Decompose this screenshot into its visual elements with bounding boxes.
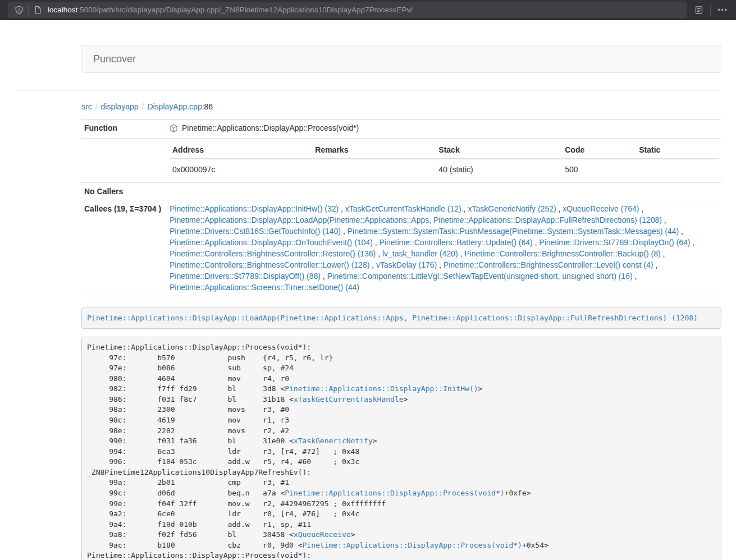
assembly-code: Pinetime::Applications::DisplayApp::Proc… — [87, 343, 548, 560]
callee-link[interactable]: Pinetime::Applications::DisplayApp::OnTo… — [170, 238, 373, 247]
assembly-symbol-link[interactable]: xTaskGetCurrentTaskHandle — [294, 395, 404, 403]
callee-link[interactable]: Pinetime::Applications::Screens::Timer::… — [170, 283, 359, 292]
callee-link[interactable]: Pinetime::Applications::DisplayApp::Load… — [170, 215, 662, 224]
callee-separator: , — [321, 272, 327, 281]
metrics-row-spacer — [81, 138, 167, 182]
callee-link[interactable]: Pinetime::System::SystemTask::PushMessag… — [348, 227, 679, 236]
callee-link[interactable]: xQueueReceive (764) — [563, 204, 639, 213]
callee-link[interactable]: Pinetime::Controllers::Battery::Update()… — [380, 238, 533, 247]
assembly-symbol-link[interactable]: Pinetime::Applications::DisplayApp::Proc… — [303, 541, 522, 549]
callee-link[interactable]: Pinetime::Controllers::BrightnessControl… — [170, 260, 369, 269]
callee-link[interactable]: vTaskDelay (176) — [376, 260, 437, 269]
callee-separator: , — [639, 204, 643, 213]
url-host: localhost — [48, 6, 77, 14]
callee-link[interactable]: Pinetime::Drivers::St7789::DisplayOn() (… — [539, 238, 690, 247]
callee-separator: , — [373, 238, 380, 247]
page-content: Puncover src/displayapp/DisplayApp.cpp:8… — [81, 45, 721, 560]
no-callers-row: No Callers — [81, 182, 721, 200]
address-value: 0x0000097c — [170, 159, 312, 180]
breadcrumb-link-src[interactable]: src — [81, 102, 92, 111]
breadcrumb-separator: / — [142, 102, 144, 111]
assembly-code-block: Pinetime::Applications::DisplayApp::Proc… — [81, 337, 721, 560]
callee-separator: , — [653, 260, 657, 269]
callee-separator: , — [458, 249, 465, 258]
callee-separator: , — [369, 260, 376, 269]
function-name-cell: Pinetime::Applications::DisplayApp::Proc… — [167, 120, 721, 139]
function-table: Function Pinetime::Applications::Display… — [81, 119, 721, 296]
breadcrumb-link-displayapp[interactable]: displayapp — [101, 102, 139, 111]
metrics-cell: Address Remarks Stack Code Static 0x0000… — [167, 138, 721, 182]
callees-cell: Pinetime::Applications::DisplayApp::Init… — [167, 200, 721, 296]
function-row: Function Pinetime::Applications::Display… — [81, 120, 721, 139]
callee-separator: , — [691, 238, 695, 247]
metrics-row: Address Remarks Stack Code Static 0x0000… — [81, 138, 721, 182]
breadcrumb-separator: / — [95, 102, 98, 111]
callee-link[interactable]: xTaskGenericNotify (252) — [468, 204, 556, 213]
function-label: Function — [81, 120, 167, 139]
callee-separator: , — [556, 204, 563, 213]
url-path: :5000/path/src/displayapp/DisplayApp.cpp… — [77, 6, 413, 14]
callee-separator: , — [662, 215, 666, 224]
callees-list: Pinetime::Applications::DisplayApp::Init… — [170, 204, 694, 292]
assembly-symbol-link[interactable]: xTaskGenericNotify — [294, 437, 373, 445]
table-row: 0x0000097c 40 (static) 500 — [170, 159, 719, 180]
callee-separator: , — [533, 238, 540, 247]
callees-row: Callees (19, Σ=3704 ) Pinetime::Applicat… — [81, 200, 721, 296]
assembly-symbol-link[interactable]: Pinetime::Applications::DisplayApp::Proc… — [285, 489, 504, 497]
callee-link[interactable]: Pinetime::Controllers::BrightnessControl… — [444, 260, 653, 269]
page-info-icon[interactable] — [31, 3, 44, 17]
breadcrumb-link-file[interactable]: DisplayApp.cpp — [147, 102, 202, 111]
loadapp-code-block: Pinetime::Applications::DisplayApp::Load… — [81, 307, 721, 329]
static-value — [636, 159, 719, 180]
callee-separator: , — [679, 227, 683, 236]
callee-link[interactable]: xTaskGetCurrentTaskHandle (12) — [345, 204, 461, 213]
stack-value: 40 (static) — [436, 159, 562, 180]
callee-link[interactable]: lv_task_handler (420) — [382, 249, 458, 258]
urlbar-separator — [28, 5, 29, 15]
package-cube-icon — [170, 124, 178, 132]
callee-separator: , — [633, 272, 637, 281]
col-stack: Stack — [436, 141, 562, 159]
callee-separator: , — [376, 249, 382, 258]
function-name: Pinetime::Applications::DisplayApp::Proc… — [182, 122, 359, 134]
assembly-symbol-link[interactable]: Pinetime::Applications::DisplayApp::Init… — [285, 384, 478, 393]
col-address: Address — [170, 141, 312, 159]
callee-link[interactable]: Pinetime::Applications::DisplayApp::Init… — [170, 204, 339, 213]
address-bar[interactable]: localhost:5000/path/src/displayapp/Displ… — [8, 2, 687, 18]
callee-separator: , — [461, 204, 468, 213]
callee-link[interactable]: Pinetime::Controllers::BrightnessControl… — [170, 249, 376, 258]
remarks-value — [312, 159, 436, 180]
callee-separator: , — [341, 227, 348, 236]
app-title[interactable]: Puncover — [93, 53, 136, 65]
callees-label: Callees (19, Σ=3704 ) — [81, 200, 167, 296]
reader-view-icon[interactable] — [692, 3, 706, 17]
tracking-protection-shield-icon[interactable] — [12, 3, 26, 17]
assembly-symbol-link[interactable]: xQueueReceive — [294, 530, 351, 539]
callee-link[interactable]: Pinetime::Drivers::Cst816S::GetTouchInfo… — [170, 227, 341, 236]
callee-link[interactable]: Pinetime::Controllers::BrightnessControl… — [464, 249, 660, 258]
col-code: Code — [562, 141, 636, 159]
no-callers-cell — [167, 182, 721, 200]
toolbar-actions: ••• — [692, 3, 730, 17]
metrics-table: Address Remarks Stack Code Static 0x0000… — [170, 141, 719, 180]
divider — [17, 90, 719, 91]
overflow-menu-icon[interactable]: ••• — [715, 6, 730, 14]
col-remarks: Remarks — [312, 141, 436, 159]
browser-toolbar: localhost:5000/path/src/displayapp/Displ… — [0, 0, 736, 20]
callee-separator: , — [661, 249, 665, 258]
breadcrumb-line-number: :86 — [202, 102, 213, 111]
callee-separator: , — [437, 260, 444, 269]
col-static: Static — [636, 141, 719, 159]
callee-link[interactable]: Pinetime::Components::LittleVgl::SetNewT… — [327, 272, 633, 281]
callee-separator: , — [339, 204, 345, 213]
breadcrumb: src/displayapp/DisplayApp.cpp:86 — [81, 102, 721, 111]
loadapp-link[interactable]: Pinetime::Applications::DisplayApp::Load… — [87, 314, 698, 322]
toolbar-separator — [710, 5, 711, 15]
no-callers-label: No Callers — [81, 182, 167, 200]
callee-link[interactable]: Pinetime::Drivers::St7789::DisplayOff() … — [170, 272, 321, 281]
app-navbar: Puncover — [81, 45, 721, 73]
code-value: 500 — [562, 159, 636, 180]
url-text: localhost:5000/path/src/displayapp/Displ… — [48, 6, 413, 14]
